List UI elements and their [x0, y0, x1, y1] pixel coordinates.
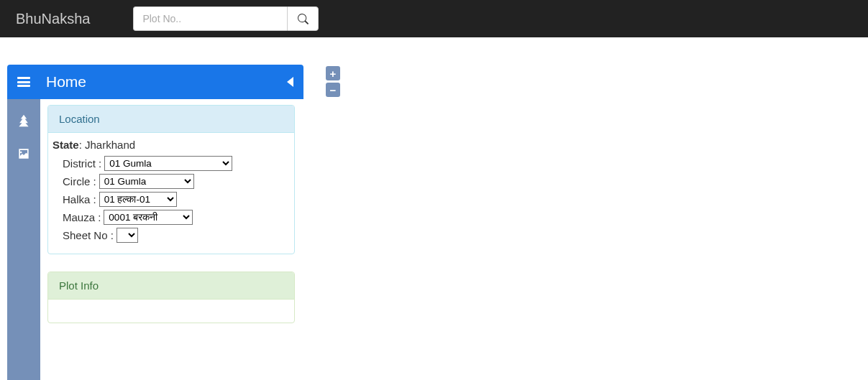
image-icon[interactable] — [7, 139, 40, 168]
state-line: State: Jharkhand — [51, 139, 291, 151]
zoom-out-button[interactable]: − — [326, 83, 340, 97]
navbar: BhuNaksha — [0, 0, 868, 37]
collapse-left-icon[interactable] — [287, 77, 293, 87]
sheet-label: Sheet No : — [63, 227, 114, 244]
mauza-select[interactable]: 0001 बरकनी — [104, 210, 193, 225]
plotinfo-heading: Plot Info — [48, 272, 294, 300]
sheet-select[interactable] — [117, 228, 138, 243]
plotinfo-panel: Plot Info — [47, 272, 295, 323]
district-label: District : — [63, 155, 101, 172]
location-body: State: Jharkhand District : 01 Gumla Cir… — [48, 133, 294, 254]
content-area: Location State: Jharkhand District : 01 … — [47, 105, 295, 340]
circle-label: Circle : — [63, 173, 96, 190]
sidebar — [7, 99, 40, 380]
zoom-controls: + − — [326, 66, 340, 99]
search-button[interactable] — [287, 6, 319, 31]
state-value: Jharkhand — [85, 139, 135, 151]
halka-label: Halka : — [63, 191, 96, 208]
plot-search-input[interactable] — [133, 6, 287, 31]
search-icon — [298, 14, 309, 24]
location-heading: Location — [48, 106, 294, 133]
halka-select[interactable]: 01 हल्का-01 — [99, 192, 177, 207]
state-label: State — [52, 139, 79, 151]
plotinfo-body — [48, 300, 294, 323]
location-panel: Location State: Jharkhand District : 01 … — [47, 105, 295, 254]
main-area: Home Location State: Jharkhand District … — [0, 37, 868, 65]
menu-icon[interactable] — [17, 77, 30, 87]
page-title: Home — [46, 73, 287, 91]
zoom-in-button[interactable]: + — [326, 66, 340, 80]
home-header: Home — [7, 65, 303, 99]
mauza-label: Mauza : — [63, 209, 101, 226]
search-group — [133, 6, 319, 31]
tree-icon[interactable] — [7, 106, 40, 135]
circle-select[interactable]: 01 Gumla — [99, 174, 194, 189]
district-select[interactable]: 01 Gumla — [104, 156, 232, 171]
brand-title: BhuNaksha — [16, 11, 90, 27]
